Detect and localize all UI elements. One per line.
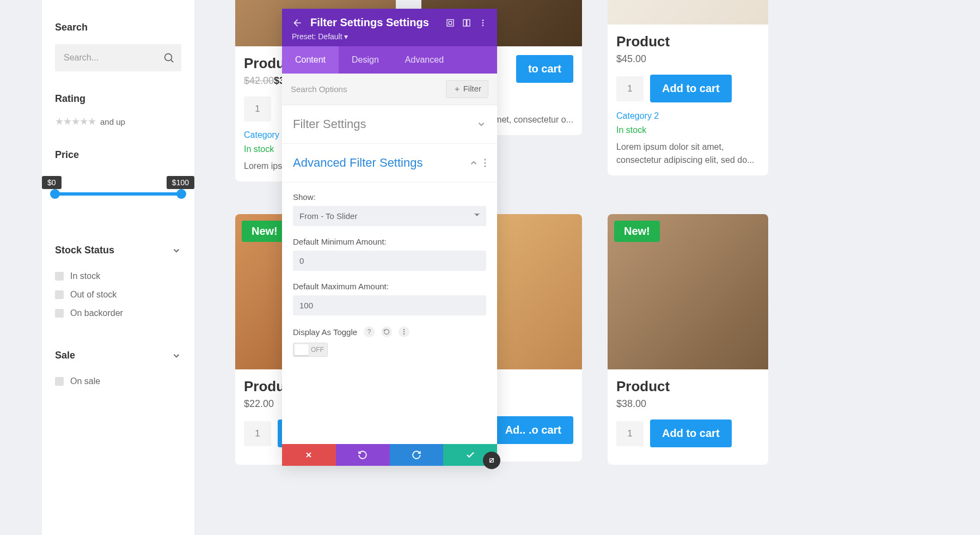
reset-icon[interactable] (381, 326, 392, 337)
undo-icon (358, 450, 367, 460)
svg-point-13 (403, 331, 405, 332)
add-to-cart-button[interactable]: Add to cart (650, 420, 732, 447)
show-label: Show: (293, 192, 486, 202)
chevron-up-icon (469, 158, 479, 168)
max-amount-label: Default Maximum Amount: (293, 282, 486, 291)
checkbox-icon[interactable] (55, 309, 64, 318)
modal-footer (282, 444, 497, 466)
price-max-label: $100 (167, 176, 194, 189)
rating-suffix: and up (100, 117, 125, 126)
product-stock: In stock (616, 125, 759, 135)
rating-heading: Rating (55, 93, 181, 105)
stock-status-header[interactable]: Stock Status (55, 245, 181, 256)
redo-icon (412, 450, 421, 460)
quantity-input[interactable] (244, 421, 271, 446)
advanced-filter-body: Show: From - To Slider Default Minimum A… (282, 183, 497, 373)
sale-heading: Sale (55, 350, 75, 361)
sidebar: Search Rating ★★★★★ and up Price $0 $100… (42, 0, 194, 535)
svg-point-8 (482, 25, 484, 26)
slider-handle-min[interactable] (50, 189, 60, 199)
chevron-down-icon (476, 119, 486, 129)
close-icon (304, 451, 313, 459)
svg-rect-4 (463, 20, 466, 26)
product-price: $45.00 (616, 53, 759, 65)
preset-selector[interactable]: Preset: Default ▾ (292, 32, 487, 41)
svg-point-10 (485, 162, 486, 164)
stock-option[interactable]: In stock (55, 267, 181, 285)
stock-option[interactable]: On backorder (55, 304, 181, 323)
show-select[interactable]: From - To Slider (293, 206, 486, 226)
quantity-input[interactable] (244, 96, 271, 121)
star-icons: ★★★★★ (55, 115, 96, 127)
product-title: Product (616, 33, 759, 50)
search-box[interactable] (55, 44, 181, 71)
expand-icon[interactable] (446, 19, 455, 27)
tab-advanced[interactable]: Advanced (392, 46, 457, 74)
quantity-input[interactable] (616, 421, 644, 446)
product-image[interactable]: New! (608, 214, 768, 369)
sale-option[interactable]: On sale (55, 372, 181, 391)
toggle-label: Display As Toggle (293, 327, 357, 337)
checkbox-icon[interactable] (55, 290, 64, 299)
quantity-input[interactable] (616, 76, 644, 101)
modal-tabs: Content Design Advanced (282, 46, 497, 74)
svg-line-1 (171, 60, 173, 62)
svg-rect-2 (447, 20, 454, 26)
checkbox-icon[interactable] (55, 377, 64, 386)
redo-button[interactable] (390, 444, 444, 466)
add-to-cart-button[interactable]: to cart (516, 55, 573, 83)
more-icon[interactable] (479, 19, 487, 27)
new-badge: New! (242, 221, 287, 242)
snap-icon[interactable] (462, 19, 471, 27)
product-card: Product $45.00 Add to cart Category 2 In… (608, 0, 768, 175)
tab-design[interactable]: Design (339, 46, 392, 74)
svg-point-11 (485, 166, 486, 167)
modal-title: Filter Settings Settings (310, 16, 438, 29)
stock-option[interactable]: Out of stock (55, 285, 181, 304)
help-icon[interactable]: ? (364, 326, 375, 337)
filter-button[interactable]: ＋ Filter (446, 80, 489, 98)
svg-point-12 (403, 329, 405, 330)
max-amount-input[interactable] (293, 295, 486, 315)
filter-settings-section[interactable]: Filter Settings (282, 105, 497, 144)
modal-header[interactable]: Filter Settings Settings Preset: Default… (282, 9, 497, 46)
svg-point-7 (482, 22, 484, 23)
search-icon[interactable] (163, 52, 175, 64)
svg-point-6 (482, 20, 484, 21)
checkbox-icon[interactable] (55, 272, 64, 281)
more-icon[interactable] (484, 158, 486, 168)
undo-button[interactable] (336, 444, 390, 466)
resize-handle[interactable] (483, 452, 500, 469)
search-heading: Search (55, 22, 181, 33)
cancel-button[interactable] (282, 444, 336, 466)
product-category[interactable]: Category 2 (616, 111, 759, 121)
advanced-filter-section[interactable]: Advanced Filter Settings (282, 144, 497, 183)
add-to-cart-button[interactable]: Add to cart (650, 75, 732, 102)
search-options-label[interactable]: Search Options (291, 84, 347, 94)
price-slider[interactable]: $0 $100 (55, 192, 181, 196)
product-price: $38.00 (616, 398, 759, 410)
add-to-cart-button[interactable]: Ad.. .o cart (493, 416, 573, 444)
toggle-state: OFF (311, 346, 324, 354)
display-toggle-switch[interactable]: OFF (293, 343, 328, 357)
svg-point-14 (403, 333, 405, 335)
slider-track (55, 192, 181, 196)
slider-handle-max[interactable] (176, 189, 186, 199)
product-image[interactable] (608, 0, 768, 25)
product-card: New! Product $38.00 Add to cart (608, 214, 768, 465)
tab-content[interactable]: Content (282, 46, 339, 74)
more-icon[interactable] (399, 326, 409, 337)
product-desc: Lorem ipsum dolor sit amet, consectetur … (616, 141, 759, 167)
sale-header[interactable]: Sale (55, 350, 181, 361)
svg-point-9 (485, 159, 486, 161)
back-icon[interactable] (292, 17, 303, 28)
rating-filter[interactable]: ★★★★★ and up (55, 115, 181, 127)
new-badge: New! (614, 221, 660, 242)
svg-rect-5 (467, 20, 470, 26)
toggle-knob (295, 344, 309, 355)
chevron-down-icon (171, 351, 181, 361)
chevron-down-icon (171, 246, 181, 256)
min-amount-input[interactable] (293, 251, 486, 271)
svg-point-0 (165, 54, 172, 61)
product-title: Product (616, 378, 759, 395)
